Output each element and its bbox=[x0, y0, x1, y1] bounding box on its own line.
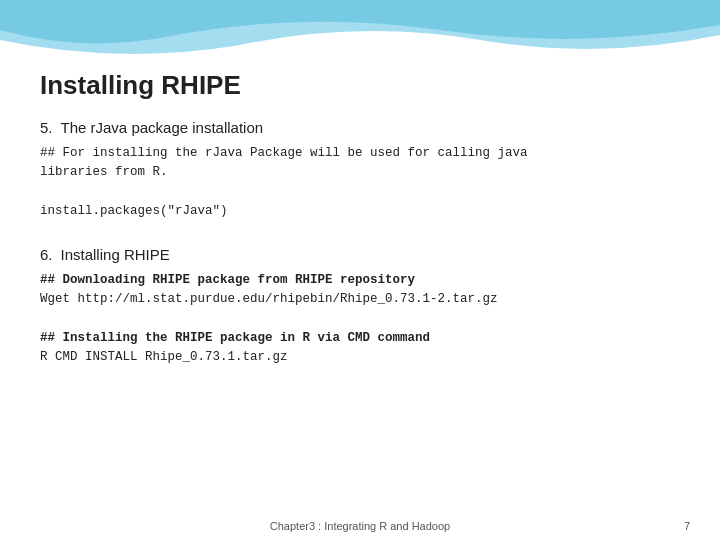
code-s6-line-4: ## Installing the RHIPE package in R via… bbox=[40, 329, 680, 348]
section-5-code: ## For installing the rJava Package will… bbox=[40, 144, 680, 222]
code-line-2: libraries from R. bbox=[40, 163, 680, 182]
section-5: 5. The rJava package installation ## For… bbox=[40, 119, 680, 222]
code-s6-line-3 bbox=[40, 309, 680, 328]
code-s6-line-5: R CMD INSTALL Rhipe_0.73.1.tar.gz bbox=[40, 348, 680, 367]
code-line-3 bbox=[40, 183, 680, 202]
section-6-heading: 6. Installing RHIPE bbox=[40, 246, 680, 263]
section-6-code: ## Downloading RHIPE package from RHIPE … bbox=[40, 271, 680, 368]
section-6-label: Installing RHIPE bbox=[61, 246, 170, 263]
code-s6-line-2: Wget http://ml.stat.purdue.edu/rhipebin/… bbox=[40, 290, 680, 309]
footer-chapter: Chapter3 : Integrating R and Hadoop bbox=[270, 520, 450, 532]
footer: Chapter3 : Integrating R and Hadoop bbox=[0, 520, 720, 532]
section-6: 6. Installing RHIPE ## Downloading RHIPE… bbox=[40, 246, 680, 368]
section-5-number: 5. bbox=[40, 119, 53, 136]
slide-title: Installing RHIPE bbox=[40, 70, 680, 101]
code-line-1: ## For installing the rJava Package will… bbox=[40, 144, 680, 163]
section-5-heading: 5. The rJava package installation bbox=[40, 119, 680, 136]
code-line-4: install.packages("rJava") bbox=[40, 202, 680, 221]
section-6-number: 6. bbox=[40, 246, 53, 263]
top-wave-decoration bbox=[0, 0, 720, 60]
slide-content: Installing RHIPE 5. The rJava package in… bbox=[0, 60, 720, 510]
code-s6-line-1: ## Downloading RHIPE package from RHIPE … bbox=[40, 271, 680, 290]
footer-page: 7 bbox=[684, 520, 690, 532]
section-5-label: The rJava package installation bbox=[61, 119, 264, 136]
